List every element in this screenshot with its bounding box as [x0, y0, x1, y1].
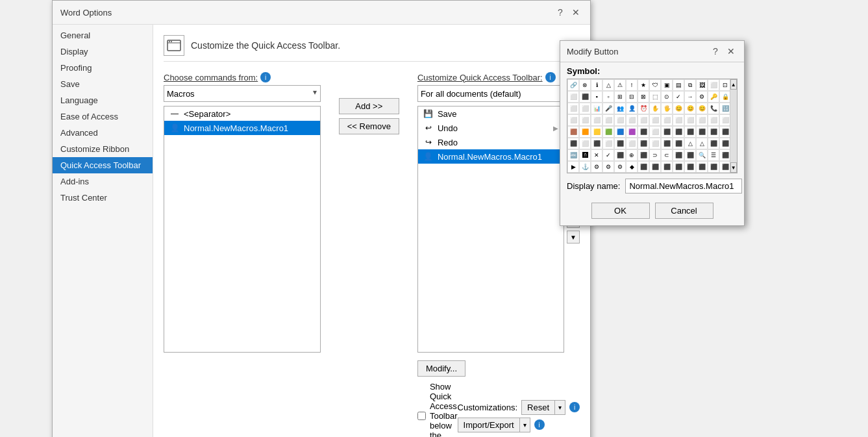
macro1-item[interactable]: 👤 Normal.NewMacros.Macro1	[164, 121, 320, 135]
help-button[interactable]: ?	[554, 6, 567, 19]
symbol-cell[interactable]: ⬜	[567, 91, 579, 103]
symbol-cell[interactable]: ⬛	[638, 149, 649, 161]
remove-button[interactable]: << Remove	[339, 118, 399, 134]
symbol-cell[interactable]: ⊞	[614, 91, 626, 103]
symbol-cell[interactable]: ⚠	[614, 79, 626, 91]
symbol-cell[interactable]: ⬛	[661, 161, 673, 173]
symbol-cell[interactable]: ⬛	[696, 126, 708, 138]
display-name-input[interactable]	[625, 179, 742, 194]
symbol-cell[interactable]: 🖼	[696, 79, 708, 91]
symbol-cell[interactable]: ⬛	[719, 161, 730, 173]
symbol-cell[interactable]: ⚙	[696, 91, 708, 103]
separator-item[interactable]: — <Separator>	[164, 106, 320, 121]
symbol-cell[interactable]: ⬜	[579, 103, 591, 114]
symbol-cell[interactable]: ⬜	[602, 138, 614, 149]
right-undo-item[interactable]: ↩ Undo ▶	[418, 121, 564, 135]
symbol-cell[interactable]: 🔒	[719, 91, 730, 103]
symbol-cell[interactable]: ▫	[602, 91, 614, 103]
symbol-cell[interactable]: ⧉	[684, 79, 696, 91]
symbol-cell[interactable]: 😊	[673, 103, 684, 114]
symbol-cell[interactable]: ⬛	[696, 161, 708, 173]
symbol-cell[interactable]: ⬜	[719, 114, 730, 126]
sidebar-item-add-ins[interactable]: Add-ins	[53, 173, 153, 190]
symbol-cell[interactable]: ⚓	[579, 161, 591, 173]
sidebar-item-advanced[interactable]: Advanced	[53, 125, 153, 141]
symbol-cell[interactable]: 🟧	[579, 126, 591, 138]
symbol-cell[interactable]: ⬛	[708, 138, 719, 149]
symbol-cell[interactable]: ⊠	[638, 91, 649, 103]
symbol-cell[interactable]: 📞	[708, 103, 719, 114]
symbol-cell[interactable]: 🟪	[626, 126, 638, 138]
symbol-cell[interactable]: 🔍	[696, 149, 708, 161]
symbol-cell[interactable]: ⬜	[638, 114, 649, 126]
symbol-cell[interactable]: ⬛	[684, 126, 696, 138]
sidebar-item-display[interactable]: Display	[53, 44, 153, 60]
symbol-cell[interactable]: 🔤	[567, 149, 579, 161]
symbol-cell[interactable]: ⬛	[708, 161, 719, 173]
show-checkbox[interactable]	[417, 412, 426, 420]
symbol-cell[interactable]: ⬜	[673, 114, 684, 126]
symbol-cell[interactable]: ⬛	[673, 126, 684, 138]
commands-dropdown-wrapper[interactable]: Macros All Commands Popular Commands	[164, 85, 321, 102]
right-listbox[interactable]: 💾 Save ↩ Undo ▶ ↪ Redo	[417, 106, 564, 353]
add-button[interactable]: Add >>	[339, 98, 399, 114]
import-export-button-arrow[interactable]: ▾	[519, 418, 530, 432]
symbol-cell[interactable]: ⊡	[719, 79, 730, 91]
symbol-cell[interactable]: ℹ	[591, 79, 602, 91]
symbol-cell[interactable]: ⬛	[673, 149, 684, 161]
sidebar-item-general[interactable]: General	[53, 27, 153, 44]
symbol-cell[interactable]: 🟨	[591, 126, 602, 138]
symbol-cell[interactable]: ⬛	[684, 149, 696, 161]
symbol-cell[interactable]: ⊂	[661, 149, 673, 161]
modify-ok-button[interactable]: OK	[591, 203, 650, 219]
symbol-cell[interactable]: ⊃	[649, 149, 661, 161]
symbol-cell[interactable]: ⊗	[579, 79, 591, 91]
right-macro1-item[interactable]: 👤 Normal.NewMacros.Macro1	[418, 149, 564, 164]
symbol-cell[interactable]: ◆	[626, 161, 638, 173]
symbol-cell[interactable]: ⬛	[708, 126, 719, 138]
sidebar-item-customize-ribbon[interactable]: Customize Ribbon	[53, 141, 153, 157]
symbol-cell[interactable]: ✕	[591, 149, 602, 161]
sidebar-item-trust-center[interactable]: Trust Center	[53, 190, 153, 206]
symbol-cell[interactable]: ⬛	[614, 149, 626, 161]
symbol-cell[interactable]: ⬛	[614, 138, 626, 149]
sidebar-item-quick-access-toolbar[interactable]: Quick Access Toolbar	[53, 157, 153, 173]
right-redo-item[interactable]: ↪ Redo	[418, 135, 564, 149]
scroll-down-button[interactable]: ▼	[730, 162, 737, 173]
symbol-cell[interactable]: ▣	[661, 79, 673, 91]
symbol-cell[interactable]: ⬛	[719, 149, 730, 161]
symbol-cell[interactable]: ⬚	[649, 91, 661, 103]
symbol-cell[interactable]: ⬛	[661, 126, 673, 138]
symbol-cell[interactable]: ▤	[673, 79, 684, 91]
symbol-cell[interactable]: △	[696, 138, 708, 149]
symbol-cell[interactable]: ▪	[591, 91, 602, 103]
scroll-up-button[interactable]: ▲	[730, 79, 737, 90]
symbol-cell[interactable]: ⊕	[626, 149, 638, 161]
symbol-cell[interactable]: ⬜	[684, 114, 696, 126]
symbol-cell[interactable]: ⬜	[591, 114, 602, 126]
symbol-cell[interactable]: ⬜	[626, 114, 638, 126]
symbol-cell[interactable]: ⚙	[602, 161, 614, 173]
symbol-cell[interactable]: ⬜	[602, 114, 614, 126]
symbol-cell[interactable]: ⊙	[661, 91, 673, 103]
symbol-cell[interactable]: 🖐	[661, 103, 673, 114]
symbol-cell[interactable]: △	[684, 138, 696, 149]
symbol-cell[interactable]: ⬛	[579, 91, 591, 103]
modify-close-button[interactable]: ✕	[725, 45, 738, 58]
symbol-cell[interactable]: ⬛	[649, 161, 661, 173]
symbol-cell[interactable]: 👥	[614, 103, 626, 114]
symbol-cell[interactable]: ⬜	[661, 114, 673, 126]
symbol-cell[interactable]: ⬛	[661, 138, 673, 149]
symbol-cell[interactable]: ☰	[708, 149, 719, 161]
symbol-cell[interactable]: ⬜	[649, 126, 661, 138]
symbol-cell[interactable]: ⬜	[579, 138, 591, 149]
symbol-cell[interactable]: ✋	[649, 103, 661, 114]
move-down-button[interactable]: ▼	[567, 231, 580, 243]
reset-button-main[interactable]: Reset	[521, 400, 554, 415]
reset-button-arrow[interactable]: ▾	[554, 400, 565, 415]
symbol-cell[interactable]: ⬜	[614, 114, 626, 126]
symbol-cell[interactable]: ⬛	[719, 138, 730, 149]
symbol-cell[interactable]: ⬛	[591, 138, 602, 149]
symbol-cell[interactable]: ⬜	[579, 114, 591, 126]
symbol-cell[interactable]: ✓	[673, 91, 684, 103]
